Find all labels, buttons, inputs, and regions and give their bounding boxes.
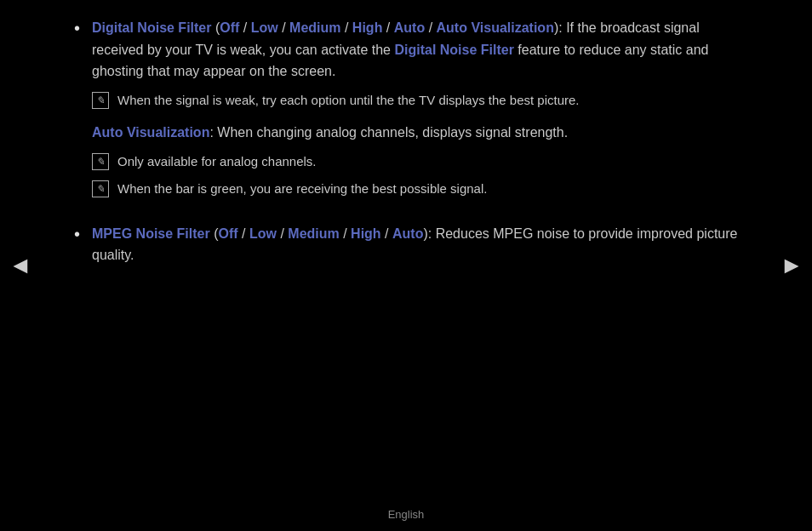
auto-viz-para: Auto Visualization: When changing analog… [92,122,738,144]
nav-arrow-right[interactable]: ► [780,252,803,279]
dnf-note-1-text: When the signal is weak, try each option… [117,91,580,111]
dnf-opt-auto-viz: Auto Visualization [437,20,554,35]
note-icon-3: ✎ [92,180,109,197]
digital-noise-filter-para: Digital Noise Filter (Off / Low / Medium… [92,17,738,83]
note-icon-2: ✎ [92,153,109,170]
mpeg-noise-filter-content: MPEG Noise Filter (Off / Low / Medium / … [92,223,738,266]
mnf-opt-low: Low [249,226,277,241]
digital-noise-filter-title: Digital Noise Filter [92,20,211,35]
dnf-paren-close: ): [554,20,563,35]
mnf-opt-high: High [351,226,381,241]
dnf-note-1: ✎ When the signal is weak, try each opti… [92,91,738,111]
mnf-opt-auto: Auto [392,226,423,241]
dnf-sep-3: / [341,20,352,35]
dnf-sep-4: / [382,20,393,35]
mnf-sep-2: / [277,226,288,241]
mnf-opt-off: Off [219,226,238,241]
bullet-dot-1: • [74,19,80,38]
list-item-mpeg-noise-filter: • MPEG Noise Filter (Off / Low / Medium … [74,223,738,266]
auto-viz-colon-text: : When changing analog channels, display… [209,125,568,140]
dnf-opt-high: High [352,20,383,35]
main-content: • Digital Noise Filter (Off / Low / Medi… [23,0,789,299]
nav-arrow-left[interactable]: ◄ [9,252,32,279]
mnf-sep-4: / [381,226,392,241]
dnf-sep-1: / [239,20,250,35]
dnf-opt-auto: Auto [394,20,425,35]
dnf-sep-5: / [425,20,436,35]
mpeg-noise-filter-para: MPEG Noise Filter (Off / Low / Medium / … [92,223,738,266]
dnf-desc-link: Digital Noise Filter [394,43,513,57]
auto-viz-title: Auto Visualization [92,125,209,140]
dnf-opt-low: Low [251,20,278,35]
auto-viz-section: Auto Visualization: When changing analog… [92,122,738,199]
auto-viz-note-2-text: When the bar is green, you are receiving… [117,180,487,199]
auto-viz-note-2: ✎ When the bar is green, you are receivi… [92,180,738,199]
auto-viz-note-1: ✎ Only available for analog channels. [92,152,738,172]
bullet-dot-2: • [74,225,80,244]
auto-viz-note-1-text: Only available for analog channels. [117,152,316,172]
dnf-opt-off: Off [220,20,239,35]
footer-language: English [388,508,425,521]
list-item-digital-noise-filter: • Digital Noise Filter (Off / Low / Medi… [74,17,738,208]
mnf-sep-1: / [238,226,249,241]
note-icon-1: ✎ [92,92,109,109]
mnf-opt-medium: Medium [288,226,339,241]
mpeg-noise-filter-title: MPEG Noise Filter [92,226,210,241]
digital-noise-filter-content: Digital Noise Filter (Off / Low / Medium… [92,17,738,208]
mnf-sep-3: / [340,226,351,241]
dnf-sep-2: / [278,20,289,35]
dnf-opt-medium: Medium [289,20,340,35]
content-list: • Digital Noise Filter (Off / Low / Medi… [74,17,738,266]
